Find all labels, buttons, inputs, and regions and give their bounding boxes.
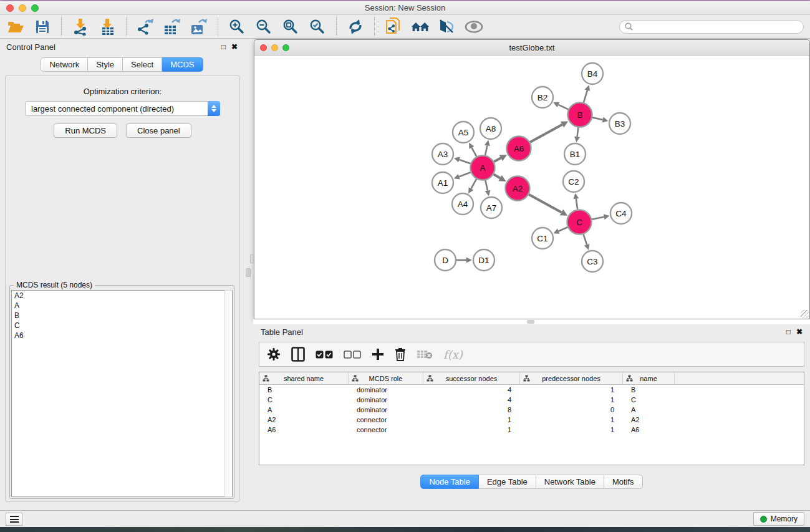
edge-A6-B[interactable]: [530, 125, 562, 142]
save-session-icon[interactable]: [33, 17, 52, 36]
zoom-selected-icon[interactable]: [308, 17, 327, 36]
optimization-criterion-select[interactable]: largest connected component (directed): [25, 101, 220, 116]
mcds-result-item[interactable]: A2: [12, 291, 232, 301]
table-cell[interactable]: 1: [520, 415, 623, 425]
edge-A-A7[interactable]: [485, 180, 488, 191]
table-cell[interactable]: A: [259, 405, 349, 415]
export-image-icon[interactable]: [190, 17, 208, 36]
mcds-result-item[interactable]: B: [12, 311, 232, 321]
select-all-icon[interactable]: [316, 351, 333, 359]
zoom-in-icon[interactable]: [228, 17, 246, 36]
edge-A2-C[interactable]: [529, 195, 561, 213]
table-cell[interactable]: dominator: [349, 405, 423, 415]
close-panel-button[interactable]: Close panel: [126, 123, 191, 138]
table-cell[interactable]: connector: [349, 425, 423, 435]
edge-C-C2[interactable]: [576, 199, 577, 210]
table-row[interactable]: Bdominator41B: [259, 385, 804, 395]
table-row[interactable]: A2connector11A2: [259, 415, 804, 425]
table-cell[interactable]: A2: [623, 415, 675, 425]
delete-column-icon[interactable]: [395, 347, 406, 361]
table-cell[interactable]: 0: [520, 405, 623, 415]
edge-B-B4[interactable]: [584, 90, 587, 103]
table-cell[interactable]: A: [623, 405, 675, 415]
table-cell[interactable]: C: [259, 395, 349, 405]
table-row[interactable]: Adominator80A: [259, 405, 804, 415]
mcds-result-item[interactable]: C: [12, 321, 232, 331]
divider-grip[interactable]: [246, 268, 251, 277]
zoom-out-icon[interactable]: [254, 17, 273, 36]
table-cell[interactable]: dominator: [349, 385, 423, 395]
tab-mcds[interactable]: MCDS: [162, 57, 203, 72]
table-row[interactable]: Cdominator41C: [259, 395, 804, 405]
column-header-shared-name[interactable]: shared name: [259, 372, 349, 384]
table-cell[interactable]: 4: [423, 385, 520, 395]
table-cell[interactable]: connector: [349, 415, 423, 425]
table-cell[interactable]: 8: [423, 405, 520, 415]
apply-layout-icon[interactable]: [346, 17, 365, 36]
tab-edge-table[interactable]: Edge Table: [479, 475, 536, 489]
task-history-button[interactable]: [6, 513, 22, 526]
table-cell[interactable]: 1: [520, 425, 623, 435]
mcds-result-item[interactable]: A6: [12, 331, 232, 341]
table-cell[interactable]: B: [623, 385, 675, 395]
table-cell[interactable]: B: [259, 385, 349, 395]
run-mcds-button[interactable]: Run MCDS: [54, 123, 117, 138]
horizontal-divider[interactable]: [253, 319, 810, 324]
edge-B-B2[interactable]: [558, 105, 568, 109]
edge-C-C4[interactable]: [592, 217, 604, 220]
mcds-result-item[interactable]: A: [12, 301, 232, 311]
first-neighbors-icon[interactable]: [411, 17, 430, 36]
column-header-MCDS-role[interactable]: MCDS role: [349, 372, 423, 384]
search-input[interactable]: [636, 22, 798, 31]
edge-B-B1[interactable]: [577, 127, 579, 137]
table-cell[interactable]: A2: [259, 415, 349, 425]
edge-C-C1[interactable]: [559, 227, 568, 231]
tab-network[interactable]: Network: [41, 57, 88, 72]
table-row[interactable]: A6connector11A6: [259, 425, 804, 435]
table-settings-gear-icon[interactable]: [267, 347, 281, 361]
edge-A-A6[interactable]: [494, 158, 501, 162]
create-column-icon[interactable]: [372, 348, 384, 360]
deselect-all-icon[interactable]: [344, 351, 361, 359]
network-window-titlebar[interactable]: testGlobe.txt: [254, 40, 809, 56]
table-cell[interactable]: 4: [423, 395, 520, 405]
tab-style[interactable]: Style: [88, 57, 123, 72]
tab-motifs[interactable]: Motifs: [604, 475, 643, 489]
edge-A-A2[interactable]: [494, 174, 500, 178]
edge-C-C3[interactable]: [583, 234, 587, 244]
column-header-name[interactable]: name: [623, 372, 675, 384]
panel-divider[interactable]: [244, 39, 253, 510]
column-header-successor-nodes[interactable]: successor nodes: [423, 372, 520, 384]
close-panel-icon[interactable]: ✖: [231, 43, 238, 51]
horizontal-divider-grip[interactable]: [527, 320, 534, 324]
table-cell[interactable]: A6: [623, 425, 675, 435]
network-canvas[interactable]: B4B2BB3A8A5A6A3B1AA1C2A2A4A7C4CC1DD1C3: [254, 56, 809, 319]
window-left-grip[interactable]: [250, 254, 254, 263]
table-cell[interactable]: 1: [423, 425, 520, 435]
search-box[interactable]: [619, 20, 804, 34]
tab-network-table[interactable]: Network Table: [536, 475, 604, 489]
edge-B-B3[interactable]: [592, 117, 603, 120]
edge-A-A8[interactable]: [485, 145, 487, 155]
edge-A-A3[interactable]: [459, 160, 470, 163]
float-panel-icon[interactable]: □: [221, 43, 226, 51]
close-table-panel-icon[interactable]: ✖: [796, 328, 803, 336]
column-header-predecessor-nodes[interactable]: predecessor nodes: [520, 372, 623, 384]
export-network-icon[interactable]: [136, 17, 155, 36]
window-resize-grip[interactable]: [801, 310, 809, 318]
tab-node-table[interactable]: Node Table: [420, 475, 479, 489]
export-table-icon[interactable]: [163, 17, 181, 36]
new-network-icon[interactable]: [384, 17, 403, 36]
memory-button[interactable]: Memory: [753, 512, 804, 526]
import-network-icon[interactable]: [71, 17, 90, 36]
import-table-icon[interactable]: [98, 17, 117, 36]
table-cell[interactable]: C: [623, 395, 675, 405]
table-cell[interactable]: 1: [423, 415, 520, 425]
table-cell[interactable]: 1: [520, 395, 623, 405]
edge-A-A1[interactable]: [459, 172, 471, 177]
zoom-fit-icon[interactable]: [281, 17, 300, 36]
table-cell[interactable]: dominator: [349, 395, 423, 405]
hide-details-icon[interactable]: [438, 17, 456, 36]
list-scrollbar[interactable]: [224, 290, 233, 497]
table-cell[interactable]: 1: [520, 385, 623, 395]
